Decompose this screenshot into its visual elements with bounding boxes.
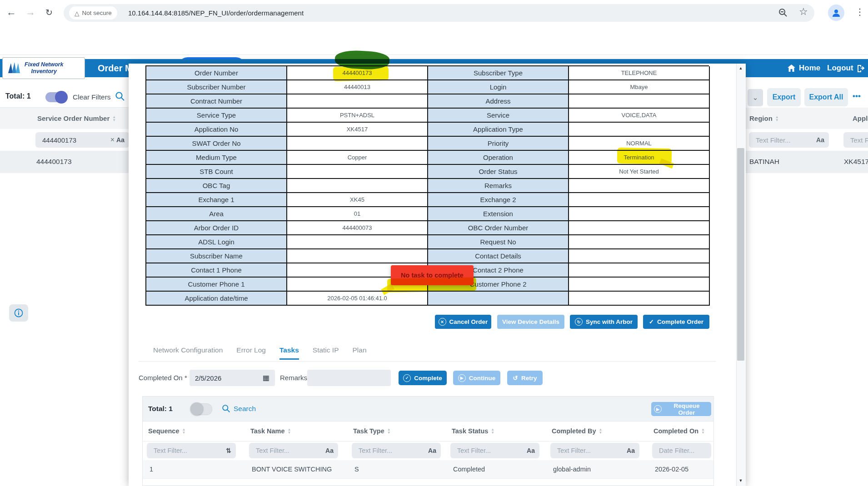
sort-filter-icon[interactable]: ⇅ bbox=[226, 447, 231, 454]
scrollbar-thumb[interactable] bbox=[737, 148, 744, 361]
complete-order-button[interactable]: ✓Complete Order bbox=[643, 315, 709, 329]
detail-label-application-date-time: Application date/time bbox=[146, 292, 287, 306]
tasks-filter-toggle[interactable] bbox=[191, 403, 212, 415]
cancel-order-button[interactable]: ✕Cancel Order bbox=[435, 315, 491, 329]
service-order-filter[interactable]: × Aa bbox=[35, 132, 129, 148]
column-label: Task Status bbox=[452, 427, 488, 435]
col-sequence[interactable]: Sequence▲▼ bbox=[148, 421, 185, 441]
match-case-icon[interactable]: Aa bbox=[116, 136, 125, 144]
detail-label-obc-order-number: OBC Order Number bbox=[428, 221, 569, 235]
col-application[interactable]: Applica bbox=[853, 108, 868, 129]
orders-filter-toggle[interactable] bbox=[45, 92, 66, 102]
retry-task-button[interactable]: ↺Retry bbox=[507, 371, 543, 385]
sort-icon[interactable]: ▲▼ bbox=[491, 428, 494, 434]
detail-value-service-type: PSTN+ADSL bbox=[287, 109, 428, 123]
sync-with-arbor-button[interactable]: ↻Sync with Arbor bbox=[570, 315, 638, 329]
play-icon: ▶ bbox=[458, 374, 466, 382]
tasks-search[interactable]: Search bbox=[222, 404, 256, 413]
match-case-icon[interactable]: Aa bbox=[325, 447, 334, 454]
tab-tasks[interactable]: Tasks bbox=[279, 346, 299, 360]
task-status-filter[interactable]: Aa bbox=[450, 443, 539, 458]
completed-by-filter-input[interactable] bbox=[556, 446, 625, 455]
sort-icon[interactable]: ▲▼ bbox=[182, 428, 186, 434]
col-region[interactable]: Region ▲▼ bbox=[749, 108, 779, 129]
sort-icon[interactable]: ▲▼ bbox=[599, 428, 603, 434]
sort-icon[interactable]: ▲▼ bbox=[701, 428, 705, 434]
reload-icon[interactable]: ↻ bbox=[45, 7, 53, 19]
order-row[interactable]: 444400173 bbox=[0, 151, 129, 173]
home-link[interactable]: Home bbox=[787, 59, 820, 77]
match-case-icon[interactable]: Aa bbox=[428, 447, 436, 454]
complete-task-button[interactable]: ✓Complete bbox=[399, 371, 447, 385]
logout-link[interactable]: Logout bbox=[827, 59, 865, 77]
profile-avatar[interactable] bbox=[828, 5, 844, 21]
region-filter[interactable]: Aa bbox=[749, 132, 829, 148]
sequence-filter[interactable]: ⇅ bbox=[147, 443, 236, 458]
application-filter-input[interactable] bbox=[849, 136, 868, 144]
detail-value-swat-order-no bbox=[287, 137, 428, 151]
logo-text-top: Fixed Network bbox=[25, 61, 63, 68]
task-name-filter-input[interactable] bbox=[255, 446, 324, 455]
col-task-name[interactable]: Task Name▲▼ bbox=[250, 421, 291, 441]
scroll-up-icon[interactable]: ▲ bbox=[736, 64, 745, 73]
task-type-filter[interactable]: Aa bbox=[352, 443, 441, 458]
sort-icon[interactable]: ▲▼ bbox=[288, 428, 291, 434]
completed-on-filter[interactable] bbox=[652, 443, 711, 458]
scroll-down-icon[interactable]: ▼ bbox=[736, 476, 745, 485]
col-service-order-number[interactable]: Service Order Number ▲▼ bbox=[37, 108, 116, 129]
sort-icon[interactable]: ▲▼ bbox=[387, 428, 391, 434]
sequence-filter-input[interactable] bbox=[153, 446, 224, 455]
zoom-out-icon[interactable] bbox=[778, 8, 788, 18]
completed-on-input[interactable] bbox=[190, 370, 275, 386]
col-task-status[interactable]: Task Status▲▼ bbox=[452, 421, 494, 441]
task-type-filter-input[interactable] bbox=[358, 446, 426, 455]
calendar-icon[interactable]: ▦ bbox=[263, 373, 269, 382]
sort-icon[interactable]: ▲▼ bbox=[112, 115, 116, 122]
match-case-icon[interactable]: Aa bbox=[527, 447, 535, 454]
completed-by-filter[interactable]: Aa bbox=[550, 443, 639, 458]
detail-value-contact-details bbox=[569, 249, 710, 263]
url-text[interactable]: 10.164.144.84:8185/NEP_FN_UI/order/order… bbox=[128, 4, 304, 22]
task-name-filter[interactable]: Aa bbox=[249, 443, 338, 458]
cell-task-status: Completed bbox=[453, 460, 485, 478]
completed-on-filter-input[interactable] bbox=[658, 446, 707, 455]
tab-static-ip[interactable]: Static IP bbox=[313, 346, 339, 360]
detail-label-adsl-login: ADSL Login bbox=[146, 235, 287, 249]
application-filter[interactable] bbox=[843, 132, 868, 148]
browser-menu-icon[interactable]: ⋮ bbox=[855, 6, 864, 17]
detail-value-medium-type: Copper bbox=[287, 151, 428, 165]
continue-task-button[interactable]: ▶Continue bbox=[453, 371, 500, 385]
export-button[interactable]: Export bbox=[767, 88, 801, 106]
col-completed-on[interactable]: Completed On▲▼ bbox=[653, 421, 705, 441]
clear-filter-icon[interactable]: × bbox=[110, 136, 115, 144]
detail-value-login: Mbaye bbox=[569, 80, 710, 94]
bookmark-star-icon[interactable]: ☆ bbox=[799, 6, 808, 18]
chevron-down-button[interactable]: ⌄ bbox=[748, 89, 763, 106]
match-case-icon[interactable]: Aa bbox=[627, 447, 635, 454]
not-secure-chip[interactable]: △ Not secure bbox=[69, 6, 117, 20]
forward-icon[interactable]: → bbox=[25, 6, 35, 18]
detail-value-service: VOICE,DATA bbox=[569, 109, 710, 123]
tab-error-log[interactable]: Error Log bbox=[236, 346, 266, 360]
tab-network-configuration[interactable]: Network Configuration bbox=[153, 346, 223, 360]
export-all-button[interactable]: Export All bbox=[804, 88, 848, 106]
col-completed-by[interactable]: Completed By▲▼ bbox=[552, 421, 602, 441]
task-status-filter-input[interactable] bbox=[456, 446, 525, 455]
sort-icon[interactable]: ▲▼ bbox=[775, 115, 779, 122]
order-info-button[interactable] bbox=[9, 304, 28, 322]
requeue-order-button[interactable]: ▶ Requeue Order bbox=[651, 402, 711, 416]
tab-plan[interactable]: Plan bbox=[353, 346, 367, 360]
order-row-value[interactable]: 444400173 bbox=[36, 158, 72, 166]
match-case-icon[interactable]: Aa bbox=[816, 136, 824, 144]
remarks-input[interactable] bbox=[307, 370, 391, 386]
service-order-filter-input[interactable] bbox=[41, 136, 109, 144]
more-actions-icon[interactable]: ••• bbox=[853, 92, 861, 101]
detail-label-login: Login bbox=[428, 80, 569, 94]
view-device-details-button[interactable]: View Device Details bbox=[497, 315, 564, 329]
col-task-type[interactable]: Task Type▲▼ bbox=[353, 421, 391, 441]
region-filter-input[interactable] bbox=[755, 136, 814, 144]
cell-completed-on: 2026-02-05 bbox=[655, 460, 688, 478]
back-icon[interactable]: ← bbox=[6, 6, 16, 18]
clear-filters-link[interactable]: Clear Filters bbox=[73, 93, 111, 101]
orders-search-icon[interactable] bbox=[115, 91, 125, 101]
